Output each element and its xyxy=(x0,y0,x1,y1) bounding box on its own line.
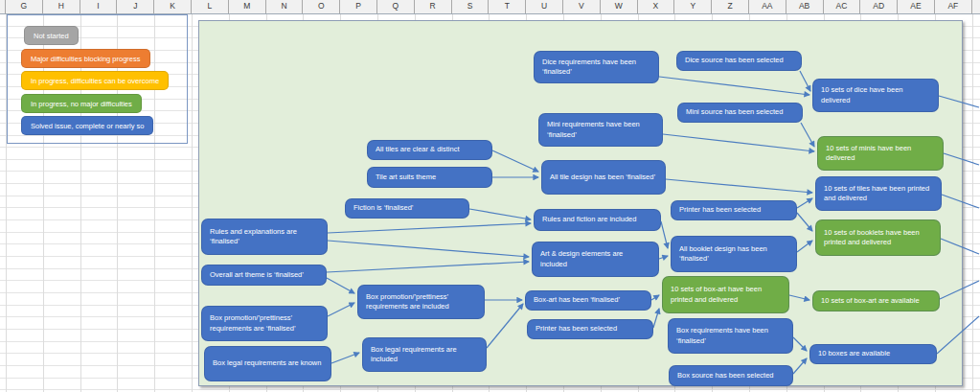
column-header-N[interactable]: N xyxy=(266,0,304,13)
node-mini-source[interactable]: Mini source has been selected xyxy=(677,103,803,123)
node-box-promo-fin[interactable]: Box promotion/’prettiness’ requirements … xyxy=(201,306,328,341)
node-box-legal-known[interactable]: Box legal requirements are known xyxy=(204,346,331,381)
node-box-promo-incl[interactable]: Box promotion/’prettiness’ requirements … xyxy=(357,285,485,319)
node-box-legal-incl[interactable]: Box legal requirements are included xyxy=(362,337,487,372)
node-tile-design[interactable]: All tile design has been ‘finalised’ xyxy=(541,160,666,195)
node-minis-delivered[interactable]: 10 sets of minis have been delivered xyxy=(817,136,944,171)
column-header-AD[interactable]: AD xyxy=(860,0,898,13)
node-booklets-printed[interactable]: 10 sets of booklets have been printed an… xyxy=(815,219,941,256)
column-header-J[interactable]: J xyxy=(117,0,154,13)
node-boxart-finalised[interactable]: Box-art has been ‘finalised’ xyxy=(525,290,651,311)
node-printer-top[interactable]: Printer has been selected xyxy=(671,200,797,220)
column-header-K[interactable]: K xyxy=(154,0,192,13)
legend-item-0[interactable]: Not started xyxy=(24,26,79,45)
node-tile-art[interactable]: Tile art suits theme xyxy=(367,167,492,188)
node-boxes-available[interactable]: 10 boxes are available xyxy=(809,344,937,364)
node-dice-req[interactable]: Dice requirements have been ‘finalised’ xyxy=(534,51,659,83)
node-boxart-available[interactable]: 10 sets of box-art are available xyxy=(812,290,940,311)
column-header-Y[interactable]: Y xyxy=(674,0,712,13)
node-mini-req[interactable]: Mini requirements have been ‘finalised’ xyxy=(538,113,663,147)
status-legend: Not startedMajor difficulties blocking p… xyxy=(7,14,188,144)
node-art-theme[interactable]: Overall art theme is ‘finalised’ xyxy=(201,265,327,286)
column-header-Q[interactable]: Q xyxy=(377,0,415,13)
node-printer-bottom[interactable]: Printer has been selected xyxy=(527,319,653,339)
node-box-req-fin[interactable]: Box requirements have been ‘finalised’ xyxy=(668,318,793,354)
column-header-H[interactable]: H xyxy=(43,0,80,13)
column-header-AF[interactable]: AF xyxy=(935,0,972,13)
column-header-Z[interactable]: Z xyxy=(712,0,749,13)
node-tiles-clear[interactable]: All tiles are clear & distinct xyxy=(367,140,492,160)
node-rules-fiction[interactable]: Rules and fiction are included xyxy=(534,209,661,231)
column-header-V[interactable]: V xyxy=(563,0,601,13)
column-header-L[interactable]: L xyxy=(192,0,229,13)
node-box-source[interactable]: Box source has been selected xyxy=(669,365,793,386)
column-header-U[interactable]: U xyxy=(526,0,563,13)
legend-item-4[interactable]: Solved issue, complete or nearly so xyxy=(21,116,153,135)
legend-item-1[interactable]: Major difficulties blocking progress xyxy=(21,49,150,68)
column-header-S[interactable]: S xyxy=(452,0,490,13)
node-dice-source[interactable]: Dice source has been selected xyxy=(676,51,802,71)
column-header-AA[interactable]: AA xyxy=(749,0,786,13)
node-booklet-design[interactable]: All booklet design has been ‘finalised’ xyxy=(671,236,797,272)
column-header-X[interactable]: X xyxy=(638,0,675,13)
excel-sheet: GHIJKLMNOPQRSTUVWXYZAAABACADAEAF Not sta… xyxy=(0,0,980,392)
column-header-row: GHIJKLMNOPQRSTUVWXYZAAABACADAEAF xyxy=(0,0,980,14)
node-art-design[interactable]: Art & design elements are included xyxy=(532,242,659,277)
node-dice-delivered[interactable]: 10 sets of dice have been delivered xyxy=(812,79,939,112)
column-header-O[interactable]: O xyxy=(303,0,340,13)
column-header-AB[interactable]: AB xyxy=(786,0,824,13)
node-rules-expl[interactable]: Rules and explanations are ‘finalised’ xyxy=(201,219,328,255)
column-header-P[interactable]: P xyxy=(340,0,377,13)
legend-item-3[interactable]: In progress, no major difficulties xyxy=(21,94,142,113)
column-header-G[interactable]: G xyxy=(6,0,43,13)
column-header-W[interactable]: W xyxy=(601,0,638,13)
column-header-AE[interactable]: AE xyxy=(898,0,935,13)
node-tiles-printed[interactable]: 10 sets of tiles have been printed and d… xyxy=(815,176,942,211)
column-header-T[interactable]: T xyxy=(489,0,526,13)
legend-item-2[interactable]: In progress, difficulties can be overcom… xyxy=(21,71,169,90)
column-header-R[interactable]: R xyxy=(415,0,452,13)
column-header-M[interactable]: M xyxy=(229,0,266,13)
column-header-AC[interactable]: AC xyxy=(824,0,861,13)
node-fiction[interactable]: Fiction is ‘finalised’ xyxy=(345,198,469,219)
node-boxart-printed[interactable]: 10 sets of box-art have been printed and… xyxy=(662,276,789,313)
column-header-I[interactable]: I xyxy=(80,0,118,13)
